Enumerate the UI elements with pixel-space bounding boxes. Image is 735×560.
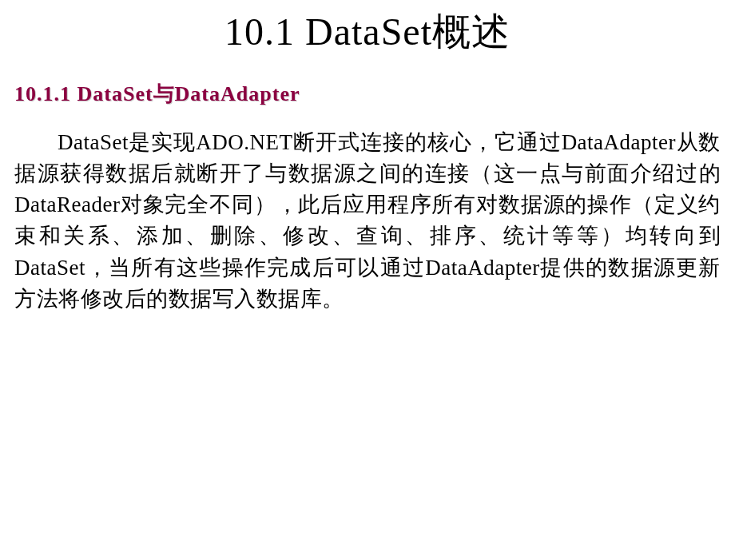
- slide-container: 10.1 DataSet概述 10.1.1 DataSet与DataAdapte…: [0, 0, 735, 560]
- body-paragraph: DataSet是实现ADO.NET断开式连接的核心，它通过DataAdapter…: [0, 127, 735, 315]
- section-subtitle: 10.1.1 DataSet与DataAdapter: [0, 80, 735, 127]
- slide-title: 10.1 DataSet概述: [0, 0, 735, 80]
